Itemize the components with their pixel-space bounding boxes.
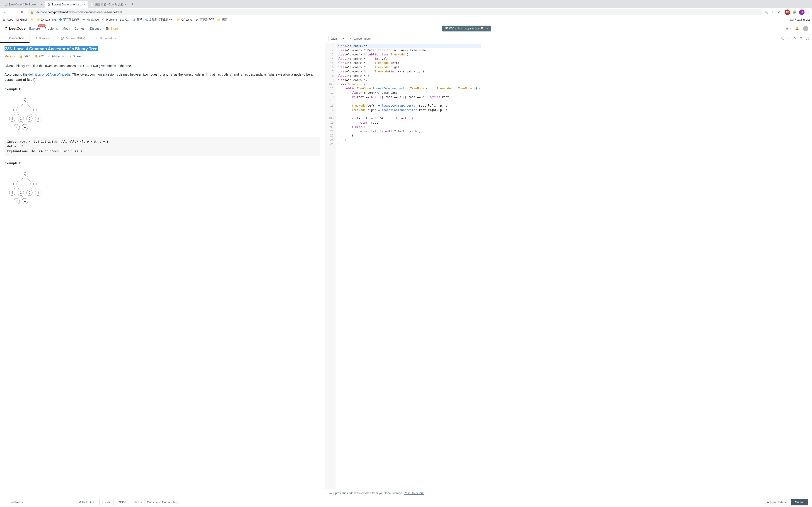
refresh-icon[interactable]: ⟳: [794, 37, 796, 41]
contribute-link[interactable]: Contributeⓘ: [162, 500, 180, 504]
bookmark-bytedance[interactable]: 🔷字节跳动内网: [59, 18, 80, 21]
bell-icon[interactable]: 🔔: [795, 27, 799, 30]
bookmark-myspace[interactable]: ✦My Space: [82, 18, 99, 21]
reset-link[interactable]: Reset to default: [404, 491, 424, 495]
svg-text:1: 1: [33, 182, 35, 186]
code-content[interactable]: class="c-com">/**class="c-com"> * Defini…: [336, 43, 483, 497]
playground-icon[interactable]: ⊞↗: [786, 27, 791, 30]
tab-title: [LeetCode] 236. Lowest Comm: [9, 3, 39, 6]
share-button[interactable]: ⇪Share: [69, 55, 81, 58]
prev-button[interactable]: ‹Prev: [99, 499, 113, 505]
bookmark-gmail[interactable]: MGmail: [16, 18, 27, 21]
problem-tabs: ☰Description ⚗Solution 💬Discuss (999+) ↻…: [0, 34, 812, 43]
svg-text:5: 5: [16, 182, 17, 186]
new-tab-button[interactable]: +: [129, 2, 136, 7]
bookmark-zhihu[interactable]: 知永远都记不住的we...: [145, 18, 174, 21]
svg-text:3: 3: [24, 100, 26, 103]
bookmark-boe[interactable]: ⊕字节云 BOE: [195, 18, 214, 21]
address-icons: 🔍 ☆ 🧩 AB 🧩 H ⋮: [765, 9, 810, 15]
svg-text:7: 7: [16, 126, 18, 129]
fullscreen-icon[interactable]: ⛶: [806, 37, 809, 41]
favicon-icon: ⟨⟩: [47, 3, 51, 6]
svg-text:3: 3: [24, 174, 26, 177]
settings-icon[interactable]: ⚙: [800, 37, 803, 41]
heart-icon: ♡: [48, 55, 51, 58]
example1-tree: 351620874: [5, 97, 45, 133]
wiki-link[interactable]: definition of LCA on Wikipedia: [28, 73, 70, 76]
dislike-button[interactable]: 👎202: [34, 55, 44, 58]
hiring-banner[interactable]: 🏳️ We're hiring, apply today! 🏳️ ×: [442, 25, 491, 32]
close-icon[interactable]: ×: [807, 491, 808, 495]
svg-text:2: 2: [20, 117, 22, 120]
comment-icon: 💬: [61, 37, 64, 40]
submit-button[interactable]: Submit: [791, 499, 808, 505]
reload-button[interactable]: ⟳: [19, 9, 26, 15]
adblock-icon[interactable]: AB: [784, 9, 790, 15]
profile-avatar[interactable]: H: [799, 9, 805, 15]
close-icon[interactable]: ×: [41, 3, 43, 6]
tab-solution[interactable]: ⚗Solution: [30, 34, 55, 43]
bookmark-leetcode[interactable]: ⟨⟩Problems - LeetC...: [101, 18, 130, 21]
braces-icon[interactable]: { }: [788, 37, 791, 41]
svg-text:2: 2: [20, 191, 22, 194]
run-code-button[interactable]: ▶Run Code▴: [764, 499, 789, 505]
bookmark-translate[interactable]: G翻译: [132, 18, 142, 21]
browser-tab-1[interactable]: ⟨⟩ Lowest Common Ancestor of a ×: [45, 1, 88, 8]
problem-title: 236. Lowest Common Ancestor of a Binary …: [5, 46, 98, 51]
bottom-bar: ☰Problems ⤨Pick One ‹Prev 33/158 Next› C…: [0, 497, 812, 507]
info-icon: ⓘ: [176, 500, 180, 504]
example1-title: Example 1:: [5, 87, 320, 92]
leetcode-logo[interactable]: LeetCode: [4, 26, 26, 31]
like-button[interactable]: 👍5495: [19, 55, 30, 58]
nav-store[interactable]: 🛍️Store: [106, 27, 118, 30]
url-text: leetcode.com/problems/lowest-common-ance…: [36, 10, 122, 14]
star-icon[interactable]: ☆: [771, 10, 774, 14]
chevron-right-icon: ›: [141, 500, 142, 504]
nav-contest[interactable]: Contest: [74, 27, 86, 30]
bookmark-qa[interactable]: 📁QA tasks: [177, 18, 192, 21]
problems-button[interactable]: ☰Problems: [4, 499, 26, 505]
close-icon[interactable]: ×: [84, 3, 86, 6]
close-icon[interactable]: ×: [125, 3, 126, 6]
info-icon[interactable]: ⓘ: [781, 37, 784, 41]
nav-mock[interactable]: Mock: [62, 27, 70, 30]
menu-icon[interactable]: ⋮: [807, 10, 810, 14]
url-input[interactable]: 🔒 leetcode.com/problems/lowest-common-an…: [28, 9, 762, 15]
autocomplete-toggle[interactable]: Autocomplete: [350, 37, 371, 40]
shuffle-icon: ⤨: [79, 500, 81, 504]
close-icon[interactable]: ×: [487, 27, 488, 30]
tab-discuss[interactable]: 💬Discuss (999+): [55, 34, 91, 43]
status-dot-icon: [350, 38, 351, 39]
bookmark-zh[interactable]: 📁ZH Learning: [37, 18, 56, 21]
back-button[interactable]: ←: [2, 9, 8, 15]
forward-button[interactable]: →: [10, 9, 17, 15]
code-editor[interactable]: 12345678910▾1112131415161718▾1920▾212223…: [325, 43, 812, 497]
bookmark-apps[interactable]: ⊞Apps: [2, 18, 13, 21]
chevron-down-icon: ▾: [343, 37, 344, 40]
tab-submissions[interactable]: ↻Submissions: [91, 34, 122, 43]
share-icon: ⇪: [69, 55, 72, 58]
chevron-up-icon: ▴: [159, 501, 160, 503]
nav-problems[interactable]: Problems: [44, 27, 58, 30]
search-icon[interactable]: 🔍: [765, 10, 768, 14]
chevron-up-icon: ▴: [785, 501, 786, 503]
example2-tree: 351620874: [5, 171, 45, 207]
nav-discuss[interactable]: Discuss: [90, 27, 101, 30]
extensions-icon[interactable]: 🧩: [793, 10, 796, 14]
bookmark-move[interactable]: 📁搬家: [217, 18, 227, 21]
pick-one-button[interactable]: ⤨Pick One: [76, 499, 97, 505]
user-avatar[interactable]: [803, 26, 808, 31]
language-select[interactable]: Java▾: [328, 36, 346, 42]
browser-tab-0[interactable]: 📰 [LeetCode] 236. Lowest Comm ×: [2, 1, 45, 8]
nav-explore[interactable]: ExploreDay 9: [29, 27, 40, 30]
svg-text:5: 5: [16, 108, 17, 112]
extension-icon[interactable]: 🧩: [776, 9, 782, 15]
bookmark-folder[interactable]: 📁: [30, 18, 34, 21]
browser-tab-2[interactable]: 📄 刷题笔记 - Google 文档 ×: [88, 1, 129, 8]
console-toggle[interactable]: Console▴: [147, 500, 160, 504]
tab-description[interactable]: ☰Description: [0, 34, 30, 43]
next-button[interactable]: Next›: [131, 499, 145, 505]
logo-icon: [4, 26, 8, 31]
reading-list[interactable]: 📖Reading List: [790, 18, 810, 21]
favorite-button[interactable]: ♡Add to List: [48, 55, 65, 58]
